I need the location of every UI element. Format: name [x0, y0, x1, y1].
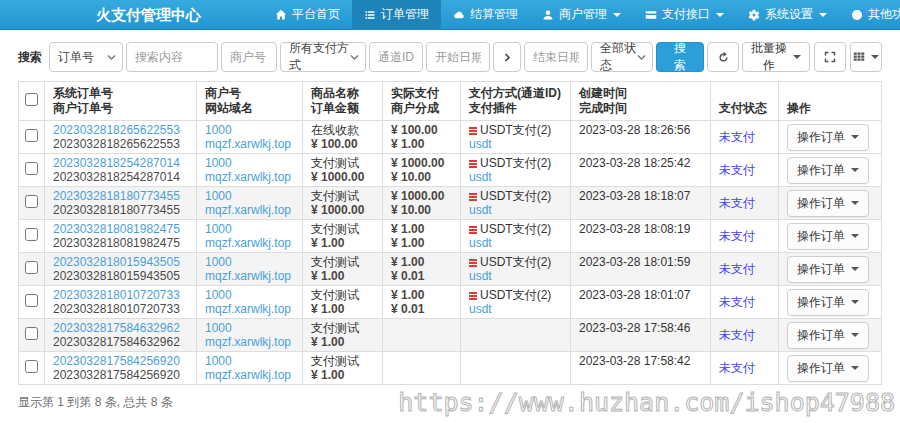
- search-button[interactable]: 搜索: [656, 42, 704, 72]
- row-checkbox[interactable]: [25, 327, 38, 340]
- domain-link[interactable]: mqzf.xarwlkj.top: [205, 368, 291, 382]
- order-action-button[interactable]: 操作订单: [787, 355, 869, 382]
- nav-item-home[interactable]: 平台首页: [263, 0, 352, 29]
- merchant-id-link[interactable]: 1000: [205, 189, 232, 203]
- pay-status-link[interactable]: 未支付: [719, 262, 755, 276]
- table-body: 2023032818265622553202303281826562255310…: [19, 121, 882, 385]
- row-checkbox[interactable]: [25, 294, 38, 307]
- pay-status-link[interactable]: 未支付: [719, 130, 755, 144]
- search-type-select[interactable]: 订单号: [49, 42, 123, 72]
- product-name: 支付测试: [311, 189, 374, 203]
- date-range-button[interactable]: [493, 42, 521, 72]
- pay-plugin-link[interactable]: usdt: [469, 170, 492, 184]
- pay-method-value: 所有支付方式: [289, 40, 350, 74]
- row-checkbox[interactable]: [25, 360, 38, 373]
- table-header-row: 系统订单号商户订单号商户号网站域名商品名称订单金额实际支付商户分成支付方式(通道…: [19, 82, 882, 121]
- order-action-button[interactable]: 操作订单: [787, 289, 869, 316]
- merchant-order-number: 2023032818180773455: [53, 203, 188, 217]
- merchant-input[interactable]: [221, 42, 277, 72]
- merchant-share: [391, 335, 452, 349]
- sys-order-link[interactable]: 2023032818010720733: [53, 288, 180, 302]
- search-content-input[interactable]: [126, 42, 218, 72]
- completed-time: [579, 236, 702, 250]
- pay-plugin-link[interactable]: usdt: [469, 203, 492, 217]
- columns-button[interactable]: [850, 42, 882, 72]
- sys-order-link[interactable]: 2023032818265622553: [53, 123, 180, 137]
- pay-method-cell: USDT支付(2)usdt: [461, 154, 571, 187]
- row-checkbox[interactable]: [25, 129, 38, 142]
- pay-status-link[interactable]: 未支付: [719, 163, 755, 177]
- row-checkbox[interactable]: [25, 162, 38, 175]
- merchant-id-link[interactable]: 1000: [205, 288, 232, 302]
- pay-method-cell: USDT支付(2)usdt: [461, 121, 571, 154]
- pay-status-link[interactable]: 未支付: [719, 229, 755, 243]
- top-navbar: 火支付管理中心 平台首页订单管理结算管理商户管理支付接口系统设置其他功能退出登录: [0, 0, 900, 30]
- merchant-share: ¥ 1.00: [391, 137, 452, 151]
- caret-down-icon: [716, 13, 724, 17]
- pay-status-link[interactable]: 未支付: [719, 295, 755, 309]
- product-name: 支付测试: [311, 222, 374, 236]
- domain-link[interactable]: mqzf.xarwlkj.top: [205, 302, 291, 316]
- row-checkbox[interactable]: [25, 228, 38, 241]
- status-select[interactable]: 全部状态: [591, 42, 653, 72]
- usdt-icon: [469, 193, 477, 201]
- batch-button[interactable]: 批量操作: [742, 42, 810, 72]
- end-date-input[interactable]: [524, 42, 588, 72]
- merchant-id-link[interactable]: 1000: [205, 156, 232, 170]
- usdt-icon: [469, 127, 477, 135]
- merchant-id-link[interactable]: 1000: [205, 222, 232, 236]
- select-all-checkbox[interactable]: [25, 93, 38, 106]
- nav-item-label: 商户管理: [559, 6, 607, 23]
- order-action-button[interactable]: 操作订单: [787, 124, 869, 151]
- domain-link[interactable]: mqzf.xarwlkj.top: [205, 236, 291, 250]
- domain-link[interactable]: mqzf.xarwlkj.top: [205, 335, 291, 349]
- pay-plugin-link[interactable]: usdt: [469, 236, 492, 250]
- sys-order-link[interactable]: 2023032817584632962: [53, 321, 180, 335]
- domain-link[interactable]: mqzf.xarwlkj.top: [205, 170, 291, 184]
- order-action-button[interactable]: 操作订单: [787, 157, 869, 184]
- domain-link[interactable]: mqzf.xarwlkj.top: [205, 269, 291, 283]
- merchant-id-link[interactable]: 1000: [205, 354, 232, 368]
- sys-order-link[interactable]: 2023032817584256920: [53, 354, 180, 368]
- nav-item-orders[interactable]: 订单管理: [352, 0, 441, 29]
- nav-item-other[interactable]: 其他功能: [839, 0, 900, 29]
- merchant-id-link[interactable]: 1000: [205, 321, 232, 335]
- chevron-down-icon: [107, 53, 116, 62]
- sys-order-link[interactable]: 2023032818254287014: [53, 156, 180, 170]
- pay-status-link[interactable]: 未支付: [719, 328, 755, 342]
- nav-item-system[interactable]: 系统设置: [736, 0, 839, 29]
- product-name: 支付测试: [311, 156, 374, 170]
- pay-plugin-link[interactable]: usdt: [469, 302, 492, 316]
- pay-status-link[interactable]: 未支付: [719, 361, 755, 375]
- channel-id-input[interactable]: [369, 42, 423, 72]
- refresh-button[interactable]: [707, 42, 739, 72]
- sys-order-link[interactable]: 2023032818015943505: [53, 255, 180, 269]
- order-action-button[interactable]: 操作订单: [787, 223, 869, 250]
- nav-item-settlement[interactable]: 结算管理: [441, 0, 530, 29]
- merchant-id-link[interactable]: 1000: [205, 123, 232, 137]
- pay-plugin-link[interactable]: usdt: [469, 137, 492, 151]
- domain-link[interactable]: mqzf.xarwlkj.top: [205, 203, 291, 217]
- search-type-value: 订单号: [58, 49, 94, 66]
- pay-method-select[interactable]: 所有支付方式: [280, 42, 366, 72]
- fullscreen-button[interactable]: [814, 42, 846, 72]
- nav-item-merchants[interactable]: 商户管理: [530, 0, 633, 29]
- pay-plugin-link[interactable]: usdt: [469, 269, 492, 283]
- nav-item-label: 平台首页: [292, 6, 340, 23]
- merchant-id-link[interactable]: 1000: [205, 255, 232, 269]
- order-amount: ¥ 100.00: [311, 137, 374, 151]
- order-action-button[interactable]: 操作订单: [787, 322, 869, 349]
- merchant-order-number: 2023032817584256920: [53, 368, 188, 382]
- row-checkbox[interactable]: [25, 261, 38, 274]
- caret-down-icon: [851, 135, 859, 139]
- pay-status-link[interactable]: 未支付: [719, 196, 755, 210]
- start-date-input[interactable]: [426, 42, 490, 72]
- order-action-button[interactable]: 操作订单: [787, 190, 869, 217]
- nav-item-interfaces[interactable]: 支付接口: [633, 0, 736, 29]
- sys-order-link[interactable]: 2023032818081982475: [53, 222, 180, 236]
- watermark: https://www.huzhan.com/ishop47988: [398, 388, 895, 417]
- row-checkbox[interactable]: [25, 195, 38, 208]
- domain-link[interactable]: mqzf.xarwlkj.top: [205, 137, 291, 151]
- order-action-button[interactable]: 操作订单: [787, 256, 869, 283]
- sys-order-link[interactable]: 2023032818180773455: [53, 189, 180, 203]
